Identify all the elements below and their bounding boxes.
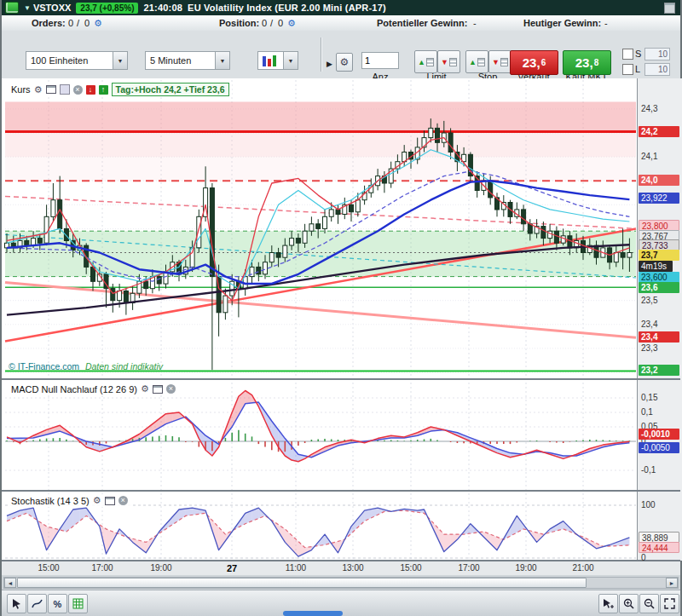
order-book-icon (500, 58, 508, 66)
watermark-source: © IT-Finance.com (9, 361, 79, 371)
zoom-in-icon (623, 598, 634, 609)
units-value: 100 Einheiten (26, 55, 113, 66)
panel-separator[interactable] (2, 378, 680, 380)
stop-loss-label: S (635, 49, 641, 59)
orders-separator: / (77, 15, 79, 31)
chart-area[interactable] (2, 78, 682, 561)
buy-alert-icon[interactable]: ↑ (99, 85, 108, 95)
macd-panel-title: MACD Null Nachlauf (12 26 9) (11, 384, 137, 394)
price-change-badge: 23,7 (+0,85%) (76, 3, 138, 14)
limit-profit-label: L (635, 64, 640, 74)
macd-panel-header: MACD Null Nachlauf (12 26 9) ⚙ × (9, 383, 178, 395)
position-count-2: 0 (278, 15, 283, 31)
trendline-icon (32, 598, 43, 609)
up-arrow-icon: ▲ (469, 58, 477, 66)
symbol-name: VSTOXX (33, 3, 71, 13)
app-icon (5, 2, 19, 14)
today-gain-value: - (604, 15, 608, 31)
down-arrow-icon: ▼ (492, 58, 500, 66)
panel-separator[interactable] (2, 490, 680, 492)
window-title: EU Volatility Index (EUR 2.00 Mini (APR-… (188, 3, 386, 13)
position-count: 0 (262, 15, 267, 31)
day-range-badge: Tag:+Hoch 24,2 +Tief 23,6 (112, 83, 229, 96)
units-dropdown[interactable]: 100 Einheiten ▼ (26, 51, 128, 70)
select-zoom-button[interactable] (598, 594, 618, 613)
up-arrow-icon: ▲ (418, 58, 425, 66)
potential-gain-value: - (473, 15, 477, 31)
price-axis[interactable] (637, 78, 682, 561)
quantity-input[interactable] (361, 52, 399, 69)
trade-settings-button[interactable]: ⚙ (336, 53, 353, 72)
limit-profit-input[interactable] (644, 63, 670, 76)
stoch-panel-header: Stochastik (14 3 5) ⚙ × (9, 494, 130, 507)
window-icon[interactable] (105, 497, 115, 505)
percent-tool-button[interactable]: % (48, 594, 67, 613)
wrench-icon[interactable]: ⚙ (34, 84, 43, 95)
stop-loss-input[interactable] (644, 48, 670, 60)
panel-collapse-icon[interactable]: ▶ (327, 60, 332, 68)
close-icon[interactable]: × (118, 496, 128, 505)
toolbar-separator (321, 37, 321, 72)
wrench-icon[interactable]: ⚙ (141, 383, 149, 394)
close-icon[interactable]: × (166, 384, 176, 394)
table-icon (72, 598, 84, 609)
percent-icon: % (54, 599, 62, 609)
wrench-icon[interactable]: ⚙ (93, 495, 101, 506)
buy-stop-button[interactable]: ▲ (465, 50, 488, 73)
symbol-dropdown-icon: ▼ (24, 4, 31, 12)
sell-price-decimal: 6 (541, 58, 546, 67)
chart-scrollbar[interactable]: ◄ ► (3, 577, 679, 589)
symbol-selector[interactable]: ▼ VSTOXX (24, 3, 71, 13)
chevron-down-icon: ▼ (113, 52, 127, 69)
interval-value: 5 Minuten (146, 55, 215, 66)
position-separator: / (270, 15, 273, 31)
chevron-down-icon: ▼ (283, 52, 298, 69)
sell-market-button[interactable]: 23,6 (510, 50, 558, 75)
buy-price: 23, (575, 55, 593, 70)
orders-label: Orders: (32, 15, 66, 31)
drawing-tool-button[interactable] (27, 594, 47, 613)
window-menu-icon[interactable] (664, 3, 675, 14)
cursor-tool-button[interactable] (7, 594, 26, 613)
price-panel-header: Kurs ⚙ × ↓ ↑ Tag:+Hoch 24,2 +Tief 23,6 (9, 82, 232, 97)
orders-settings-icon[interactable]: ⚙ (94, 15, 102, 31)
scroll-right-icon[interactable]: ► (666, 578, 678, 588)
order-book-icon (449, 58, 457, 66)
window-time: 21:40:08 (143, 3, 182, 13)
zoom-in-button[interactable] (619, 594, 639, 613)
fit-chart-button[interactable] (660, 594, 679, 613)
sell-limit-button[interactable]: ▼ (437, 50, 460, 73)
sell-stop-button[interactable]: ▼ (488, 50, 512, 73)
buy-market-button[interactable]: 23,8 (563, 50, 611, 75)
stop-loss-checkbox[interactable] (622, 49, 633, 60)
scroll-indicator[interactable] (283, 611, 343, 616)
close-icon[interactable]: × (73, 85, 83, 95)
position-settings-icon[interactable]: ⚙ (287, 15, 296, 31)
save-icon[interactable] (60, 84, 70, 95)
watermark-note: Daten sind indikativ (85, 361, 163, 371)
main-toolbar: 100 Einheiten ▼ 5 Minuten ▼ ▼ ▶ ⚙ Anz Li… (2, 31, 680, 79)
time-axis[interactable] (2, 561, 680, 575)
scroll-left-icon[interactable]: ◄ (4, 578, 16, 588)
table-tool-button[interactable] (68, 594, 88, 613)
zoom-out-button[interactable] (639, 594, 659, 613)
chart-style-dropdown[interactable]: ▼ (257, 51, 298, 70)
sell-alert-icon[interactable]: ↓ (86, 85, 95, 95)
zoom-out-icon (644, 598, 655, 609)
order-book-icon (426, 58, 434, 66)
interval-dropdown[interactable]: 5 Minuten ▼ (145, 51, 230, 70)
window-icon[interactable] (153, 385, 163, 394)
order-book-icon (477, 58, 485, 66)
limit-profit-checkbox[interactable] (622, 64, 633, 75)
panel-separator (2, 560, 680, 561)
cursor-plus-icon (603, 598, 614, 609)
window-icon[interactable] (46, 85, 56, 94)
expand-icon (664, 598, 675, 609)
watermark: © IT-Finance.com Daten sind indikativ (9, 361, 163, 371)
potential-gain-label: Potentieller Gewinn: (377, 15, 467, 31)
cursor-icon (11, 598, 22, 609)
scrollbar-thumb[interactable] (17, 578, 587, 588)
buy-price-decimal: 8 (594, 58, 599, 67)
orders-count-2: 0 (84, 15, 90, 31)
buy-limit-button[interactable]: ▲ (414, 50, 437, 73)
